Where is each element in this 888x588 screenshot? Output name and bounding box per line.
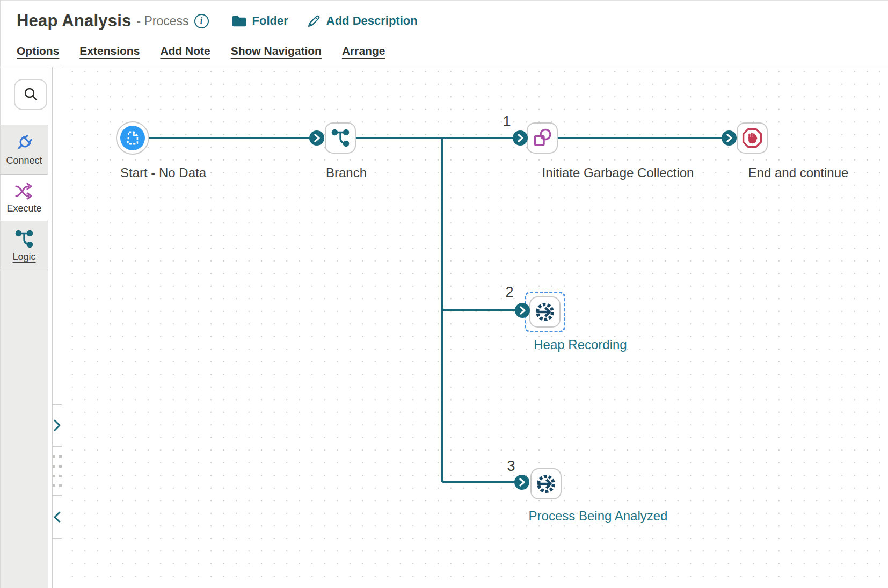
shapes-palette-sidebar: Connect Execute Logic (1, 67, 48, 588)
node-label-heap-recording[interactable]: Heap Recording (534, 337, 627, 352)
pencil-icon (307, 14, 321, 28)
start-badge (120, 126, 145, 150)
node-label-end-and-continue: End and continue (748, 165, 849, 180)
node-branch[interactable] (325, 122, 356, 154)
process-canvas[interactable]: 1 2 3 Start - No Data Branch Initiat (62, 67, 888, 588)
data-process-icon (532, 127, 553, 149)
branch-number-3: 3 (507, 458, 515, 475)
search-icon (22, 86, 39, 103)
connection-point-end[interactable] (722, 130, 737, 146)
header: Heap Analysis - Process i Folder Add Des… (1, 1, 888, 67)
chevron-right-icon (725, 133, 733, 143)
chevron-right-icon (313, 133, 321, 143)
connection-point-2[interactable] (515, 303, 530, 318)
chevron-right-icon (518, 477, 526, 487)
menu-item-arrange[interactable]: Arrange (342, 45, 385, 57)
add-description-label: Add Description (326, 14, 418, 28)
node-heap-recording[interactable] (529, 296, 561, 328)
branch-icon (330, 128, 351, 148)
node-label-initiate-garbage-collection: Initiate Garbage Collection (542, 165, 694, 180)
palette-empty-area (1, 270, 48, 588)
chevron-right-icon (53, 419, 61, 432)
connection-point-3[interactable] (514, 475, 529, 490)
palette-item-logic[interactable]: Logic (1, 221, 48, 270)
folder-label: Folder (252, 14, 288, 28)
panel-splitter (52, 67, 62, 588)
connection-point-branch[interactable] (309, 130, 324, 146)
node-label-start: Start - No Data (120, 165, 206, 180)
page-subtitle: - Process (136, 14, 188, 28)
process-call-icon (534, 301, 556, 323)
node-initiate-garbage-collection[interactable] (527, 122, 558, 154)
panel-collapse-button[interactable] (53, 496, 62, 539)
menu-item-add-note[interactable]: Add Note (160, 45, 210, 57)
stop-hand-icon (741, 127, 763, 149)
panel-drag-handle[interactable] (53, 446, 62, 496)
palette-search-button[interactable] (14, 79, 47, 110)
drag-dots-icon (53, 455, 62, 487)
node-end-and-continue[interactable] (737, 122, 768, 154)
menu-item-show-navigation[interactable]: Show Navigation (231, 45, 322, 57)
node-process-being-analyzed[interactable] (530, 468, 562, 499)
plug-icon (14, 133, 34, 153)
branch-number-1: 1 (503, 113, 511, 130)
process-call-icon (535, 473, 557, 495)
menu-item-extensions[interactable]: Extensions (79, 45, 140, 57)
palette-item-label: Connect (6, 155, 42, 166)
palette-item-execute[interactable]: Execute (1, 174, 48, 221)
panel-expand-button[interactable] (53, 404, 62, 446)
menu-item-options[interactable]: Options (17, 45, 59, 57)
chevron-right-icon (516, 133, 524, 143)
shuffle-icon (13, 182, 35, 201)
menu-bar: Options Extensions Add Note Show Navigat… (17, 45, 385, 57)
node-start[interactable] (116, 121, 149, 155)
folder-icon (231, 14, 247, 28)
connection-point-1[interactable] (513, 130, 528, 146)
chevron-right-icon (519, 306, 526, 315)
node-label-process-being-analyzed[interactable]: Process Being Analyzed (529, 509, 668, 524)
branch-number-2: 2 (505, 284, 513, 301)
palette-item-label: Logic (12, 251, 35, 263)
chevron-left-icon (53, 511, 61, 524)
title-row: Heap Analysis - Process i Folder Add Des… (17, 8, 418, 34)
add-description-button[interactable]: Add Description (307, 14, 418, 28)
branch-icon (14, 229, 34, 249)
page-title: Heap Analysis (17, 11, 131, 31)
palette-item-connect[interactable]: Connect (1, 125, 48, 174)
folder-button[interactable]: Folder (231, 14, 288, 28)
document-icon (126, 130, 140, 146)
palette-item-label: Execute (6, 203, 41, 214)
node-label-branch: Branch (326, 165, 367, 180)
info-icon[interactable]: i (194, 14, 209, 28)
